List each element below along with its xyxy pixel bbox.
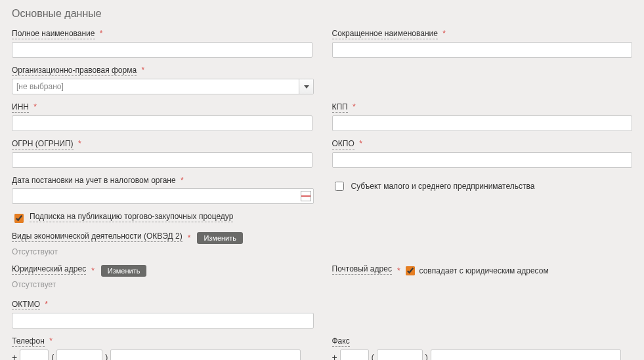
required-mark: * xyxy=(359,139,362,148)
required-mark: * xyxy=(100,29,103,38)
fax-country-input[interactable] xyxy=(340,350,369,360)
phone-country-input[interactable] xyxy=(20,350,49,360)
same-as-legal-checkbox[interactable] xyxy=(406,266,415,275)
required-mark: * xyxy=(91,266,95,275)
phone-plus: + xyxy=(12,352,17,360)
chevron-down-icon[interactable] xyxy=(299,79,313,94)
full-name-input[interactable] xyxy=(12,42,312,58)
required-mark: * xyxy=(33,102,37,111)
okved-change-button[interactable]: Изменить xyxy=(197,232,243,244)
phone-number-input[interactable] xyxy=(110,350,301,360)
legal-form-label: Организационно-правовая форма xyxy=(12,66,137,76)
subscription-checkbox[interactable] xyxy=(14,214,24,223)
paren-close: ) xyxy=(105,353,108,360)
fax-area-input[interactable] xyxy=(377,350,423,360)
okpo-label: ОКПО xyxy=(332,139,354,150)
okved-label: Виды экономической деятельности (ОКВЭД 2… xyxy=(12,231,182,242)
required-mark: * xyxy=(442,29,446,38)
legal-addr-absent: Отсутствует xyxy=(12,280,312,289)
legal-form-value: [не выбрано] xyxy=(16,82,64,91)
required-mark: * xyxy=(353,102,356,111)
paren-open: ( xyxy=(51,353,54,360)
section-title: Основные данные xyxy=(12,8,632,20)
subscription-label: Подписка на публикацию торгово-закупочны… xyxy=(30,212,233,222)
okved-absent: Отсутствуют xyxy=(12,247,632,256)
legal-addr-change-button[interactable]: Изменить xyxy=(101,265,147,277)
oktmo-label: ОКТМО xyxy=(12,300,40,310)
short-name-input[interactable] xyxy=(332,42,633,58)
required-mark: * xyxy=(45,300,48,309)
ogrn-label: ОГРН (ОГРНИП) xyxy=(12,139,74,150)
fax-number-input[interactable] xyxy=(431,350,621,360)
phone-area-input[interactable] xyxy=(56,350,102,360)
required-mark: * xyxy=(141,66,144,75)
oktmo-input[interactable] xyxy=(12,313,314,329)
short-name-label: Сокращенное наименование xyxy=(332,29,438,39)
fax-plus: + xyxy=(332,352,337,360)
paren-open: ( xyxy=(372,353,374,360)
full-name-label: Полное наименование xyxy=(12,29,95,39)
legal-form-select[interactable]: [не выбрано] xyxy=(12,79,314,94)
required-mark: * xyxy=(181,176,184,185)
postal-addr-label: Почтовый адрес xyxy=(332,264,392,275)
kpp-input[interactable] xyxy=(332,115,633,131)
okpo-input[interactable] xyxy=(332,152,633,168)
legal-addr-label: Юридический адрес xyxy=(12,264,86,275)
required-mark: * xyxy=(188,233,191,243)
sme-label: Субъект малого и среднего предпринимател… xyxy=(351,182,535,191)
fax-label: Факс xyxy=(332,336,350,347)
inn-input[interactable] xyxy=(12,115,312,131)
reg-date-label: Дата постановки на учет в налоговом орга… xyxy=(12,176,176,186)
kpp-label: КПП xyxy=(332,102,348,113)
required-mark: * xyxy=(78,139,81,148)
required-mark: * xyxy=(49,336,53,346)
required-mark: * xyxy=(397,266,400,275)
ogrn-input[interactable] xyxy=(12,152,312,168)
same-as-legal-label: совпадает с юридическим адресом xyxy=(419,266,549,275)
sme-checkbox[interactable] xyxy=(335,182,344,191)
inn-label: ИНН xyxy=(12,102,29,113)
paren-close: ) xyxy=(425,353,428,360)
calendar-icon[interactable] xyxy=(301,191,311,201)
phone-label: Телефон xyxy=(12,336,45,347)
reg-date-input[interactable] xyxy=(12,188,314,204)
